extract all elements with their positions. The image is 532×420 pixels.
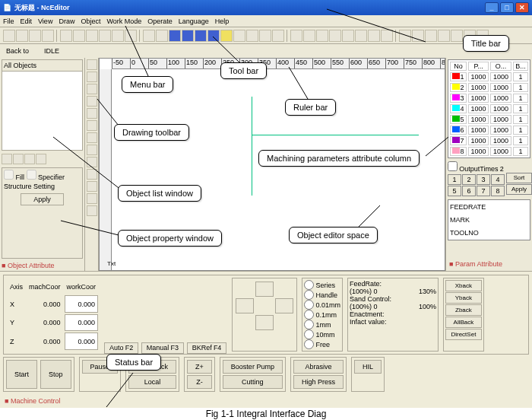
cutting-button[interactable]: Cutting bbox=[223, 375, 283, 389]
toolbar-button[interactable] bbox=[60, 30, 72, 42]
toolbar-button[interactable] bbox=[368, 30, 380, 42]
toolbar-button[interactable] bbox=[329, 30, 341, 42]
step-radio[interactable] bbox=[304, 310, 314, 320]
numpad-2[interactable]: 2 bbox=[462, 174, 476, 185]
toolbar-button[interactable] bbox=[3, 30, 15, 42]
pan-icon[interactable] bbox=[87, 193, 97, 204]
circle-icon[interactable] bbox=[87, 120, 97, 131]
toolbar-button[interactable] bbox=[86, 30, 98, 42]
jog-x-plus[interactable] bbox=[275, 298, 293, 313]
list-nav-button[interactable] bbox=[13, 154, 24, 164]
step-radio[interactable] bbox=[304, 280, 314, 290]
menu-edit[interactable]: Edit bbox=[21, 18, 33, 25]
allback-button[interactable]: AllBack bbox=[445, 317, 482, 328]
toolbar-button[interactable] bbox=[412, 30, 424, 42]
toolbar-button[interactable] bbox=[220, 30, 233, 42]
numpad-7[interactable]: 7 bbox=[477, 186, 490, 196]
toolbar-button[interactable] bbox=[207, 30, 220, 42]
output-times-checkbox[interactable] bbox=[448, 161, 458, 171]
toolbar-button[interactable] bbox=[303, 30, 315, 42]
step-radio[interactable] bbox=[304, 300, 314, 310]
hil-button[interactable]: HIL bbox=[354, 360, 382, 374]
toolbar-button[interactable] bbox=[195, 30, 207, 42]
color-row[interactable]: 2100010001 bbox=[450, 83, 528, 92]
ellipse-icon[interactable] bbox=[87, 132, 97, 143]
numpad-6[interactable]: 6 bbox=[462, 186, 476, 196]
param-attribute-tab[interactable]: ■ Param Attribute bbox=[448, 259, 530, 269]
apply-right-button[interactable]: Apply bbox=[506, 184, 532, 195]
toolbar-button[interactable] bbox=[246, 30, 258, 42]
object-list-window[interactable]: All Objects bbox=[2, 59, 83, 151]
toolbar-button[interactable] bbox=[233, 30, 245, 42]
toolbar-button[interactable] bbox=[156, 30, 168, 42]
jog-y-plus[interactable] bbox=[255, 282, 274, 297]
numpad-8[interactable]: 8 bbox=[491, 186, 505, 196]
toolbar-button[interactable] bbox=[182, 30, 194, 42]
menu-operate[interactable]: Operate bbox=[147, 18, 173, 25]
close-button[interactable]: ✕ bbox=[515, 2, 529, 13]
toolbar-button[interactable] bbox=[112, 30, 124, 42]
menu-file[interactable]: File bbox=[3, 18, 14, 25]
menu-view[interactable]: View bbox=[38, 18, 52, 25]
list-nav-button[interactable] bbox=[36, 154, 46, 164]
workcoor-Z[interactable]: 0.000 bbox=[65, 332, 99, 350]
directset-button[interactable]: DirectSet bbox=[445, 329, 482, 340]
toolbar-button[interactable] bbox=[355, 30, 367, 42]
toolbar-button[interactable] bbox=[73, 30, 85, 42]
numpad-3[interactable]: 3 bbox=[477, 174, 490, 185]
stop-button[interactable]: Stop bbox=[40, 360, 71, 389]
highpress-button[interactable]: High Press bbox=[293, 375, 344, 389]
step-radio[interactable] bbox=[304, 320, 314, 329]
arc-icon[interactable] bbox=[87, 108, 97, 119]
numpad-1[interactable]: 1 bbox=[448, 174, 461, 185]
line-icon[interactable] bbox=[87, 72, 97, 82]
toolbar-button[interactable] bbox=[290, 30, 302, 42]
star-icon[interactable] bbox=[87, 181, 97, 192]
start-button[interactable]: Start bbox=[6, 360, 37, 389]
color-row[interactable]: 6100010001 bbox=[450, 126, 528, 135]
toolbar-button[interactable] bbox=[316, 30, 328, 42]
auto-mode-button[interactable]: Auto F2 bbox=[104, 342, 138, 354]
pointer-icon[interactable] bbox=[87, 59, 97, 70]
color-row[interactable]: 7100010001 bbox=[450, 136, 528, 145]
toolbar-button[interactable] bbox=[42, 30, 54, 42]
z-plus-button[interactable]: Z+ bbox=[187, 360, 212, 374]
rect-icon[interactable] bbox=[87, 84, 97, 94]
xback-button[interactable]: Xback bbox=[445, 280, 482, 291]
minimize-button[interactable]: _ bbox=[485, 2, 499, 13]
menu-language[interactable]: Language bbox=[179, 18, 209, 25]
numpad-5[interactable]: 5 bbox=[448, 186, 461, 196]
list-nav-button[interactable] bbox=[2, 154, 12, 164]
toolbar-button[interactable] bbox=[16, 30, 28, 42]
zback-button[interactable]: Zback bbox=[445, 304, 482, 316]
machine-control-tab[interactable]: ■ Machine Control bbox=[3, 396, 62, 406]
color-row[interactable]: 1100010001 bbox=[450, 72, 528, 81]
toolbar-button[interactable] bbox=[125, 30, 137, 42]
step-radio[interactable] bbox=[304, 339, 314, 349]
toolbar-button[interactable] bbox=[381, 30, 393, 42]
step-radio[interactable] bbox=[304, 329, 314, 339]
specifier-checkbox[interactable] bbox=[27, 170, 36, 180]
toolbar-button[interactable] bbox=[399, 30, 411, 42]
color-row[interactable]: 3100010001 bbox=[450, 94, 528, 103]
booster-button[interactable]: Booster Pump bbox=[223, 360, 283, 374]
step-radio[interactable] bbox=[304, 290, 314, 300]
text-icon[interactable] bbox=[87, 157, 97, 167]
fill-checkbox[interactable] bbox=[4, 170, 14, 180]
manual-mode-button[interactable]: Manual F3 bbox=[141, 342, 184, 354]
zoom-icon[interactable] bbox=[87, 205, 97, 216]
menu-work-mode[interactable]: Work Mode bbox=[106, 18, 141, 25]
workcoor-Y[interactable]: 0.000 bbox=[65, 314, 99, 332]
color-row[interactable]: 5100010001 bbox=[450, 115, 528, 124]
toolbar-button[interactable] bbox=[259, 30, 271, 42]
local-button[interactable]: Local bbox=[128, 375, 176, 389]
toolbar-button[interactable] bbox=[169, 30, 181, 42]
toolbar-button[interactable] bbox=[29, 30, 41, 42]
toolbar-button[interactable] bbox=[451, 30, 463, 42]
sort-button[interactable]: Sort bbox=[506, 173, 532, 183]
list-nav-button[interactable] bbox=[24, 154, 35, 164]
toolbar-button[interactable] bbox=[342, 30, 354, 42]
polygon-icon[interactable] bbox=[87, 145, 97, 155]
toolbar-button[interactable] bbox=[272, 30, 284, 42]
menu-object[interactable]: Object bbox=[81, 18, 100, 25]
